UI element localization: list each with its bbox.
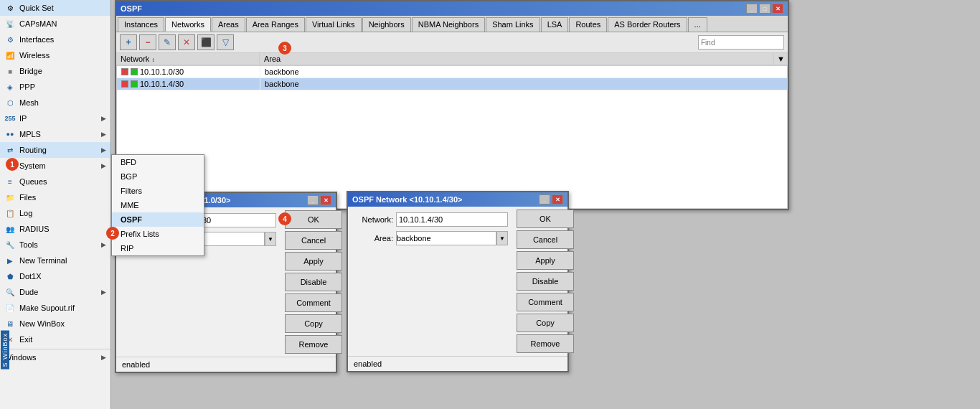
- ppp-icon: ◈: [4, 81, 16, 93]
- sidebar-item-dude[interactable]: 🔍 Dude ▶: [0, 284, 110, 300]
- ospf-window-controls: _ □ ✕: [746, 4, 783, 14]
- sidebar-item-mpls[interactable]: ●● MPLS ▶: [0, 126, 110, 142]
- circle-3: 3: [278, 42, 291, 55]
- sidebar-label: Exit: [19, 335, 106, 344]
- dialog1-ok-button[interactable]: OK: [285, 210, 342, 229]
- col-header-area: Area: [260, 53, 773, 65]
- sort-icon: ↕: [151, 57, 154, 63]
- tab-lsa[interactable]: LSA: [541, 17, 569, 32]
- menu-item-rip[interactable]: RIP: [112, 241, 204, 255]
- radius-icon: 👥: [4, 223, 16, 235]
- sidebar-item-files[interactable]: 📁 Files: [0, 189, 110, 205]
- dialog2-cancel-button[interactable]: Cancel: [517, 230, 574, 249]
- queues-icon: ≡: [4, 176, 16, 187]
- arrow-icon: ▶: [101, 146, 106, 154]
- add-button[interactable]: +: [120, 34, 137, 50]
- tab-instances[interactable]: Instances: [118, 17, 164, 32]
- tab-routes[interactable]: Routes: [569, 17, 607, 32]
- dialog1-area-dropdown[interactable]: ▼: [265, 232, 276, 246]
- dialog1-cancel-button[interactable]: Cancel: [285, 231, 342, 250]
- menu-item-mme[interactable]: MME: [112, 198, 204, 212]
- sidebar-item-capsman[interactable]: 📡 CAPsMAN: [0, 16, 110, 32]
- sidebar-label: Wireless: [19, 51, 106, 60]
- tab-as-border-routers[interactable]: AS Border Routers: [608, 17, 687, 32]
- remove-button[interactable]: −: [139, 34, 156, 50]
- sidebar-item-queues[interactable]: ≡ Queues: [0, 174, 110, 189]
- menu-item-prefix-lists[interactable]: Prefix Lists: [112, 227, 204, 241]
- tab-networks[interactable]: Networks: [165, 17, 211, 32]
- bridge-icon: ■: [4, 65, 16, 77]
- sidebar-label: Mesh: [19, 98, 106, 107]
- dialog1-controls: _ ✕: [307, 195, 331, 205]
- dialog2-fields: Network: Area: ▼: [348, 207, 514, 356]
- minimize-button[interactable]: _: [746, 4, 758, 14]
- sidebar-item-radius[interactable]: 👥 RADIUS: [0, 221, 110, 237]
- sidebar-label: Tools: [19, 240, 98, 249]
- sidebar-item-dot1x[interactable]: ⬟ Dot1X: [0, 268, 110, 284]
- filter-button[interactable]: ▽: [217, 34, 234, 50]
- dialog2-apply-button[interactable]: Apply: [517, 251, 574, 270]
- dialog2-ok-button[interactable]: OK: [517, 210, 574, 228]
- edit-button[interactable]: ✎: [159, 34, 176, 50]
- dialog2-copy-button[interactable]: Copy: [517, 314, 574, 332]
- dialog1-copy-button[interactable]: Copy: [285, 314, 342, 333]
- dialog2-controls: _ ✕: [539, 194, 563, 204]
- maximize-button[interactable]: □: [759, 4, 771, 14]
- sidebar-item-makesupout[interactable]: 📄 Make Supout.rif: [0, 300, 110, 316]
- sidebar-item-mesh[interactable]: ⬡ Mesh: [0, 95, 110, 111]
- sidebar-item-exit[interactable]: ✕ Exit: [0, 332, 110, 347]
- dialog1-buttons: OK Cancel Apply Disable Comment Copy Rem…: [282, 207, 345, 357]
- dialog2-disable-button[interactable]: Disable: [517, 272, 574, 291]
- sidebar-item-interfaces[interactable]: ⚙ Interfaces: [0, 32, 110, 47]
- tab-more[interactable]: ...: [688, 17, 707, 32]
- sidebar-item-tools[interactable]: 🔧 Tools ▶: [0, 237, 110, 253]
- dialog1-disable-button[interactable]: Disable: [285, 273, 342, 291]
- sidebar-item-log[interactable]: 📋 Log: [0, 205, 110, 221]
- dialog1-minimize[interactable]: _: [307, 195, 319, 205]
- dialog2-area-dropdown[interactable]: ▼: [496, 231, 508, 245]
- dialog2-remove-button[interactable]: Remove: [517, 334, 574, 353]
- tab-areas[interactable]: Areas: [212, 17, 245, 32]
- sidebar-item-windows[interactable]: Windows ▶: [0, 351, 110, 364]
- table-row[interactable]: 10.10.1.4/30 backbone: [117, 78, 787, 90]
- sidebar-item-new-terminal[interactable]: ▶ New Terminal: [0, 253, 110, 268]
- menu-item-bgp[interactable]: BGP: [112, 169, 204, 184]
- sidebar-label: MPLS: [19, 130, 98, 138]
- menu-item-filters[interactable]: Filters: [112, 184, 204, 198]
- sidebar-item-ppp[interactable]: ◈ PPP: [0, 79, 110, 95]
- dialog1-apply-button[interactable]: Apply: [285, 252, 342, 271]
- menu-item-ospf[interactable]: OSPF: [112, 212, 204, 227]
- dialog2-close[interactable]: ✕: [552, 194, 563, 204]
- sidebar-item-routing[interactable]: ⇄ Routing ▶: [0, 142, 110, 158]
- dialog2-area-input[interactable]: [396, 231, 496, 245]
- tab-area-ranges[interactable]: Area Ranges: [246, 17, 305, 32]
- close-button[interactable]: ✕: [772, 4, 783, 14]
- dialog2-network-input[interactable]: [396, 212, 508, 227]
- sidebar-item-new-winbox[interactable]: 🖥 New WinBox: [0, 316, 110, 332]
- table-row[interactable]: 10.10.1.0/30 backbone: [117, 66, 787, 78]
- dialog1-comment-button[interactable]: Comment: [285, 293, 342, 312]
- area-dropdown-btn[interactable]: ▼: [773, 53, 788, 65]
- dialog1-remove-button[interactable]: Remove: [285, 335, 342, 354]
- sidebar-item-quickset[interactable]: ⚙ Quick Set: [0, 0, 110, 16]
- tab-sham-links[interactable]: Sham Links: [486, 17, 540, 32]
- sidebar-item-ip[interactable]: 255 IP ▶: [0, 111, 110, 126]
- sidebar-item-wireless[interactable]: 📶 Wireless: [0, 47, 110, 63]
- dialog2-comment-button[interactable]: Comment: [517, 293, 574, 311]
- menu-item-bfd[interactable]: BFD: [112, 155, 204, 169]
- tab-virtual-links[interactable]: Virtual Links: [306, 17, 362, 32]
- circle-1: 1: [6, 158, 19, 171]
- sidebar-label: Make Supout.rif: [19, 304, 106, 312]
- sidebar-item-bridge[interactable]: ■ Bridge: [0, 63, 110, 79]
- tab-neighbors[interactable]: Neighbors: [362, 17, 411, 32]
- dialog2-minimize[interactable]: _: [539, 194, 550, 204]
- find-input[interactable]: [698, 35, 784, 50]
- wireless-icon: 📶: [4, 50, 16, 61]
- dialog1-close[interactable]: ✕: [320, 195, 331, 205]
- sidebar-label: System: [19, 161, 98, 170]
- cancel-button[interactable]: ✕: [178, 34, 195, 50]
- move-button[interactable]: ⬛: [197, 34, 215, 50]
- tab-nbma-neighbors[interactable]: NBMA Neighbors: [412, 17, 485, 32]
- dialog2-area-label: Area:: [354, 234, 393, 243]
- arrow-icon: ▶: [101, 354, 106, 361]
